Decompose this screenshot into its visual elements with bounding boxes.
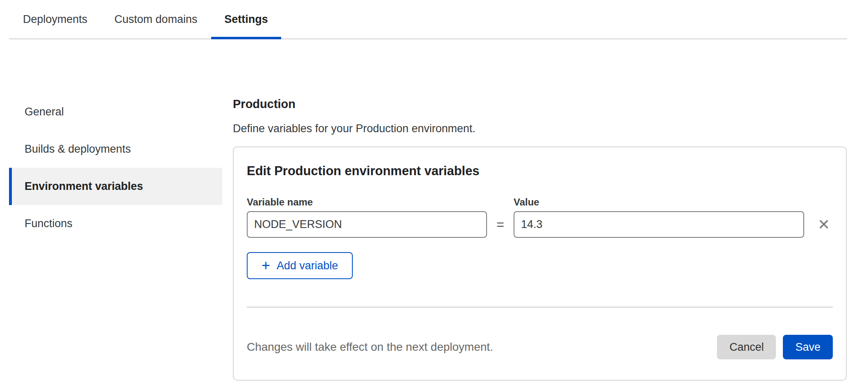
field-labels-row: Variable name Value bbox=[247, 196, 833, 208]
add-variable-label: Add variable bbox=[277, 259, 338, 272]
variable-value-input[interactable] bbox=[514, 211, 804, 238]
sidebar-item-environment-variables[interactable]: Environment variables bbox=[9, 168, 222, 205]
tab-label: Deployments bbox=[23, 13, 88, 26]
sidebar-item-label: General bbox=[25, 106, 64, 118]
card-divider bbox=[247, 307, 833, 308]
equals-sign: = bbox=[487, 217, 514, 232]
sidebar-item-builds-deployments[interactable]: Builds & deployments bbox=[9, 131, 222, 168]
sidebar-item-label: Environment variables bbox=[25, 180, 143, 193]
tab-settings[interactable]: Settings bbox=[211, 0, 281, 38]
page-title: Production bbox=[233, 97, 847, 111]
card-heading: Edit Production environment variables bbox=[247, 164, 833, 178]
active-tab-underline bbox=[211, 37, 281, 39]
save-button[interactable]: Save bbox=[783, 335, 833, 359]
footer-actions: Cancel Save bbox=[717, 335, 833, 359]
cancel-button[interactable]: Cancel bbox=[717, 335, 776, 359]
card-footer: Changes will take effect on the next dep… bbox=[247, 335, 833, 359]
add-variable-button[interactable]: + Add variable bbox=[247, 252, 353, 279]
sidebar-item-general[interactable]: General bbox=[9, 93, 222, 131]
footer-note: Changes will take effect on the next dep… bbox=[247, 341, 493, 354]
settings-sidenav: General Builds & deployments Environment… bbox=[9, 93, 222, 242]
main-content: Production Define variables for your Pro… bbox=[233, 94, 847, 381]
sidebar-item-label: Builds & deployments bbox=[25, 143, 131, 156]
remove-variable-button[interactable]: ✕ bbox=[815, 216, 833, 234]
variable-row: = ✕ bbox=[247, 211, 833, 238]
tab-deployments[interactable]: Deployments bbox=[10, 0, 101, 38]
close-icon: ✕ bbox=[818, 216, 830, 233]
variable-name-label: Variable name bbox=[247, 196, 313, 208]
sidebar-item-functions[interactable]: Functions bbox=[9, 205, 222, 242]
project-tab-bar: Deployments Custom domains Settings bbox=[9, 0, 847, 39]
plus-icon: + bbox=[262, 258, 270, 273]
tab-label: Settings bbox=[224, 13, 268, 26]
tab-custom-domains[interactable]: Custom domains bbox=[101, 0, 211, 38]
value-label: Value bbox=[514, 196, 539, 208]
sidebar-item-label: Functions bbox=[25, 217, 72, 230]
environment-variables-card: Edit Production environment variables Va… bbox=[233, 147, 847, 381]
page-description: Define variables for your Production env… bbox=[233, 122, 847, 135]
variable-name-input[interactable] bbox=[247, 211, 487, 238]
tab-label: Custom domains bbox=[115, 13, 198, 26]
